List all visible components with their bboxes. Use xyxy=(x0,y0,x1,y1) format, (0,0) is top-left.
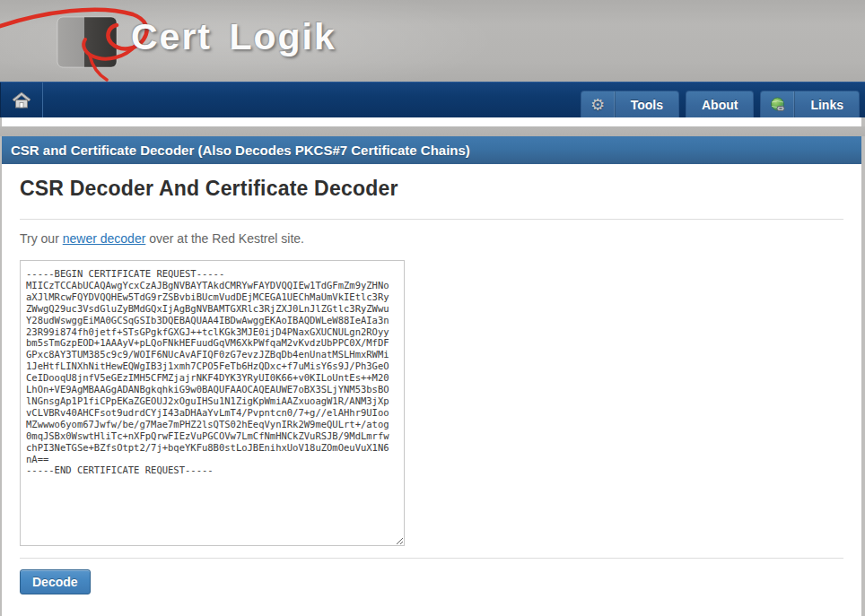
home-icon xyxy=(12,91,31,108)
nav-label-tools: Tools xyxy=(616,91,678,117)
section-banner: CSR and Certificate Decoder (Also Decode… xyxy=(2,136,861,164)
divider xyxy=(20,219,843,220)
decode-button[interactable]: Decode xyxy=(20,569,91,594)
section-banner-title: CSR and Certificate Decoder (Also Decode… xyxy=(11,143,470,158)
newer-decoder-link[interactable]: newer decoder xyxy=(63,231,146,246)
page: Cert Logik ⚙ Tools About xyxy=(0,0,865,616)
globe-icon xyxy=(761,91,795,117)
page-title: CSR Decoder And Certificate Decoder xyxy=(20,164,843,201)
navbar-bottom-strip xyxy=(2,117,861,126)
nav-button-tools[interactable]: ⚙ Tools xyxy=(581,91,679,117)
divider xyxy=(20,558,843,559)
main-navbar: ⚙ Tools About xyxy=(0,82,865,117)
nav-button-about[interactable]: About xyxy=(686,91,754,117)
site-header: Cert Logik xyxy=(0,0,865,82)
intro-prefix: Try our xyxy=(20,231,63,246)
intro-text: Try our newer decoder over at the Red Ke… xyxy=(20,231,843,246)
home-button[interactable] xyxy=(0,82,43,117)
nav-label-about: About xyxy=(686,91,753,117)
content-area: CSR Decoder And Certificate Decoder Try … xyxy=(2,164,861,616)
logo-wordmark: Cert Logik xyxy=(131,16,336,58)
nav-button-links[interactable]: Links xyxy=(760,91,860,117)
navbar-button-group: ⚙ Tools About xyxy=(581,91,865,117)
gear-icon: ⚙ xyxy=(581,91,616,117)
page-gap xyxy=(0,126,865,136)
nav-label-links: Links xyxy=(795,91,859,117)
csr-input[interactable] xyxy=(20,260,405,546)
intro-suffix: over at the Red Kestrel site. xyxy=(145,231,304,246)
